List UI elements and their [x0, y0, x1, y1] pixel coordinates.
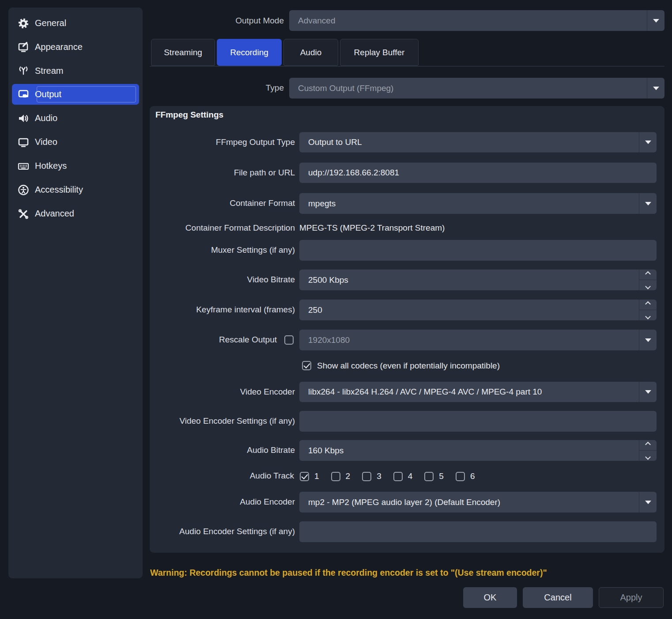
ffmpeg-output-type-select[interactable]: Output to URL — [299, 132, 657, 152]
sidebar-item-output[interactable]: Output — [12, 84, 139, 105]
sidebar-item-label: Output — [35, 89, 61, 99]
output-mode-label: Output Mode — [151, 11, 284, 31]
audio-track-2-checkbox[interactable] — [331, 472, 340, 481]
spin-up-icon[interactable] — [639, 270, 657, 280]
type-select[interactable]: Custom Output (FFmpeg) — [289, 78, 664, 99]
video-encoder-settings-input[interactable] — [299, 411, 657, 432]
rescale-resolution-select[interactable]: 1920x1080 — [299, 330, 657, 350]
sidebar-item-video[interactable]: Video — [12, 132, 139, 152]
spin-down-icon[interactable] — [639, 280, 657, 290]
sidebar-item-label: Accessibility — [35, 185, 83, 195]
rescale-output-label: Rescale Output — [154, 330, 277, 350]
group-title: FFmpeg Settings — [155, 110, 223, 120]
audio-track-5-checkbox[interactable] — [424, 472, 434, 481]
output-icon — [18, 89, 29, 100]
video-bitrate-label: Video Bitrate — [154, 270, 295, 290]
chevron-down-icon — [647, 10, 664, 31]
spin-up-icon[interactable] — [639, 440, 657, 451]
stream-icon — [18, 65, 29, 77]
show-all-codecs-checkbox[interactable] — [302, 361, 311, 370]
show-all-codecs-label: Show all codecs (even if potentially inc… — [317, 361, 500, 371]
container-format-label: Container Format — [154, 193, 295, 213]
audio-track-option: 4 — [393, 471, 413, 482]
hotkeys-icon — [18, 160, 29, 172]
type-label: Type — [151, 78, 284, 98]
cancel-button[interactable]: Cancel — [523, 587, 593, 608]
video-encoder-label: Video Encoder — [154, 382, 295, 402]
tab-audio[interactable]: Audio — [283, 39, 338, 66]
ok-button[interactable]: OK — [463, 587, 517, 608]
gear-icon — [18, 18, 29, 29]
settings-sidebar: General Appearance Stream — [8, 8, 143, 578]
muxer-settings-label: Muxer Settings (if any) — [154, 240, 295, 260]
tab-streaming[interactable]: Streaming — [151, 39, 215, 66]
warning-text: Warning: Recordings cannot be paused if … — [150, 568, 645, 578]
sidebar-item-advanced[interactable]: Advanced — [12, 203, 139, 224]
sidebar-item-accessibility[interactable]: Accessibility — [12, 179, 139, 200]
file-path-input[interactable]: udp://192.168.66.2:8081 — [299, 163, 657, 183]
audio-track-label: Audio Track — [154, 466, 294, 486]
chevron-down-icon — [639, 492, 657, 513]
container-desc-value: MPEG-TS (MPEG-2 Transport Stream) — [299, 223, 445, 233]
chevron-down-icon — [639, 132, 657, 152]
spin-down-icon[interactable] — [639, 310, 657, 320]
sidebar-item-label: Video — [35, 137, 57, 147]
tab-recording[interactable]: Recording — [217, 39, 282, 66]
rescale-output-checkbox[interactable] — [284, 335, 294, 345]
keyframe-interval-spinner[interactable]: 250 — [299, 300, 657, 320]
audio-track-1-checkbox[interactable] — [300, 472, 309, 481]
chevron-down-icon — [647, 78, 664, 99]
sidebar-item-label: Hotkeys — [35, 161, 67, 171]
spin-up-icon[interactable] — [639, 300, 657, 310]
spin-down-icon[interactable] — [639, 451, 657, 461]
muxer-settings-input[interactable] — [299, 240, 657, 261]
audio-bitrate-spinner[interactable]: 160 Kbps — [299, 440, 657, 461]
chevron-down-icon — [639, 193, 657, 214]
audio-track-option: 3 — [362, 471, 381, 482]
accessibility-icon — [18, 184, 29, 196]
sidebar-item-label: Audio — [35, 113, 57, 123]
sidebar-item-label: General — [35, 18, 66, 28]
chevron-down-icon — [639, 382, 657, 402]
ffmpeg-output-type-label: FFmpeg Output Type — [154, 132, 295, 152]
advanced-icon — [18, 208, 29, 220]
audio-encoder-label: Audio Encoder — [154, 492, 295, 512]
video-icon — [18, 137, 29, 148]
sidebar-item-appearance[interactable]: Appearance — [12, 37, 139, 57]
appearance-icon — [18, 42, 29, 53]
audio-track-option: 5 — [424, 471, 444, 482]
sidebar-item-audio[interactable]: Audio — [12, 108, 139, 129]
video-encoder-select[interactable]: libx264 - libx264 H.264 / AVC / MPEG-4 A… — [299, 382, 657, 402]
audio-encoder-select[interactable]: mp2 - MP2 (MPEG audio layer 2) (Default … — [299, 492, 657, 513]
tab-replay-buffer[interactable]: Replay Buffer — [340, 39, 419, 66]
chevron-down-icon — [639, 330, 657, 350]
sidebar-item-label: Stream — [35, 66, 63, 76]
audio-track-6-checkbox[interactable] — [456, 472, 465, 481]
sidebar-item-general[interactable]: General — [12, 13, 139, 34]
video-bitrate-spinner[interactable]: 2500 Kbps — [299, 270, 657, 290]
apply-button[interactable]: Apply — [599, 587, 664, 608]
audio-encoder-settings-input[interactable] — [299, 521, 657, 542]
audio-track-row: 1 2 3 4 5 6 — [300, 471, 475, 482]
sidebar-item-label: Advanced — [35, 209, 74, 219]
tab-divider — [150, 66, 664, 67]
sidebar-item-stream[interactable]: Stream — [12, 61, 139, 81]
audio-track-option: 1 — [300, 471, 319, 482]
sidebar-item-hotkeys[interactable]: Hotkeys — [12, 156, 139, 176]
keyframe-interval-label: Keyframe interval (frames) — [154, 300, 295, 320]
audio-encoder-settings-label: Audio Encoder Settings (if any) — [154, 521, 295, 542]
container-format-select[interactable]: mpegts — [299, 193, 657, 214]
container-desc-label: Container Format Description — [154, 218, 295, 238]
audio-icon — [18, 113, 29, 124]
file-path-label: File path or URL — [154, 163, 295, 183]
audio-bitrate-label: Audio Bitrate — [154, 440, 295, 460]
output-mode-select[interactable]: Advanced — [289, 10, 664, 31]
audio-track-3-checkbox[interactable] — [362, 472, 371, 481]
audio-track-4-checkbox[interactable] — [393, 472, 403, 481]
video-encoder-settings-label: Video Encoder Settings (if any) — [154, 411, 295, 431]
audio-track-option: 2 — [331, 471, 351, 482]
sidebar-item-label: Appearance — [35, 42, 83, 52]
audio-track-option: 6 — [456, 471, 475, 482]
